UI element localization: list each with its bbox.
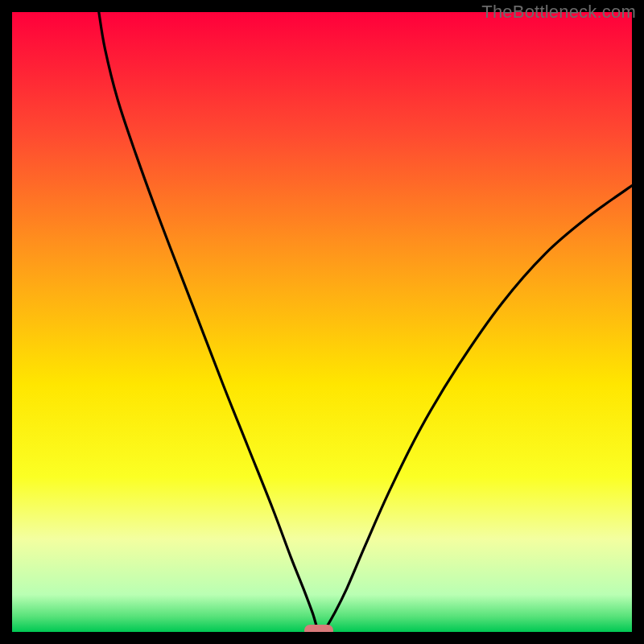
plot-area [12,12,632,632]
optimal-marker [304,625,333,632]
bottleneck-curve [12,12,632,632]
chart-container: TheBottleneck.com [0,0,644,644]
watermark-text: TheBottleneck.com [481,2,636,23]
